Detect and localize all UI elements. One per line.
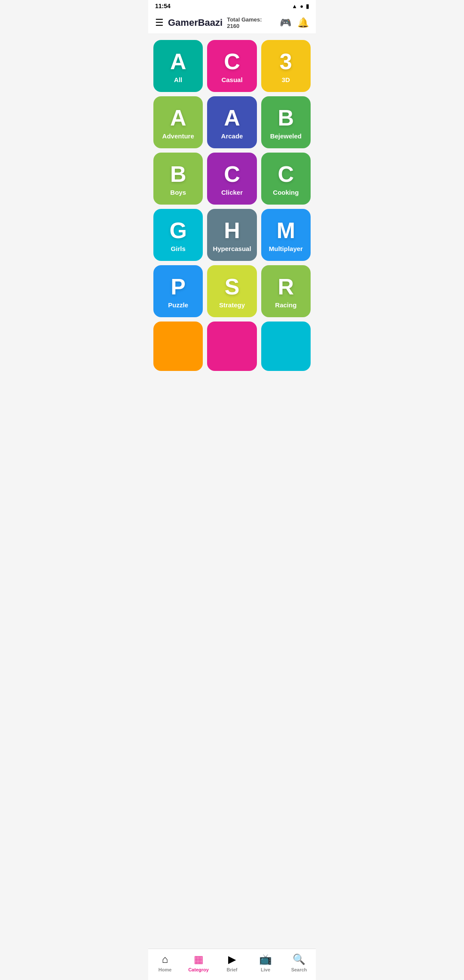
controller-icon[interactable]: 🎮 [280,17,291,28]
category-letter: B [278,107,294,129]
category-card-[interactable] [153,322,203,371]
category-name: Racing [275,301,296,309]
category-letter: M [277,219,295,242]
category-letter: C [224,163,240,185]
category-card-all[interactable]: AAll [153,40,203,92]
category-nav-icon: ▦ [194,953,204,965]
category-card-hypercasual[interactable]: HHypercasual [207,209,256,261]
categories-grid: AAllCCasual33DAAdventureAArcadeBBejewele… [148,34,316,377]
category-name: Strategy [219,301,245,309]
category-letter: P [171,276,186,298]
top-bar-right: Total Games: 2160 🎮 🔔 [227,16,309,29]
signal-icon: ● [300,3,303,9]
home-nav-icon: ⌂ [162,953,168,965]
category-letter: G [169,219,186,242]
nav-item-live[interactable]: 📺Live [249,953,282,972]
category-card-clicker[interactable]: CClicker [207,153,256,205]
category-name: Multiplayer [269,245,303,252]
category-letter: A [170,50,186,73]
bell-icon[interactable]: 🔔 [297,17,309,28]
top-bar: ☰ GamerBaazi Total Games: 2160 🎮 🔔 [148,12,316,34]
category-name: Casual [221,76,242,83]
battery-icon: ▮ [306,3,309,9]
category-card-girls[interactable]: GGirls [153,209,203,261]
category-name: Boys [170,189,186,196]
category-letter: H [224,219,240,242]
nav-item-brief[interactable]: ▶Brief [215,953,249,972]
category-card-strategy[interactable]: SStrategy [207,265,256,317]
category-card-bejeweled[interactable]: BBejeweled [261,96,311,148]
category-nav-label: Categroy [188,967,209,972]
app-title: GamerBaazi [168,17,223,28]
brief-nav-icon: ▶ [228,953,236,965]
category-name: All [174,76,182,83]
wifi-icon: ▲ [292,3,297,9]
category-name: Puzzle [168,301,188,309]
category-name: Arcade [221,132,243,140]
nav-item-home[interactable]: ⌂Home [148,953,182,972]
category-card-[interactable] [207,322,256,371]
status-bar: 11:54 ▲ ● ▮ [148,0,316,12]
live-nav-label: Live [261,967,270,972]
category-card-adventure[interactable]: AAdventure [153,96,203,148]
nav-item-category[interactable]: ▦Categroy [182,953,215,972]
category-letter: A [170,107,186,129]
bottom-nav: ⌂Home▦Categroy▶Brief📺Live🔍Search [148,949,316,980]
nav-item-search[interactable]: 🔍Search [282,953,316,972]
category-letter: C [278,163,294,185]
brief-nav-label: Brief [226,967,237,972]
category-letter: C [224,50,240,73]
status-icons: ▲ ● ▮ [292,3,309,9]
search-nav-label: Search [291,967,307,972]
category-name: Hypercasual [213,245,251,252]
live-nav-icon: 📺 [259,953,272,965]
category-card-casual[interactable]: CCasual [207,40,256,92]
content-scroll: AAllCCasual33DAAdventureAArcadeBBejewele… [148,34,316,411]
category-card-arcade[interactable]: AArcade [207,96,256,148]
hamburger-icon[interactable]: ☰ [155,17,164,28]
search-nav-icon: 🔍 [293,953,305,965]
category-card-multiplayer[interactable]: MMultiplayer [261,209,311,261]
category-letter: A [224,107,240,129]
category-card-cooking[interactable]: CCooking [261,153,311,205]
category-letter: 3 [280,50,292,73]
category-name: Adventure [162,132,194,140]
status-time: 11:54 [155,3,171,9]
category-name: Cooking [273,189,299,196]
category-card-puzzle[interactable]: PPuzzle [153,265,203,317]
category-card-racing[interactable]: RRacing [261,265,311,317]
category-name: Clicker [221,189,243,196]
category-card-boys[interactable]: BBoys [153,153,203,205]
home-nav-label: Home [159,967,172,972]
category-card-[interactable] [261,322,311,371]
category-letter: B [170,163,186,185]
category-letter: S [225,276,240,298]
category-letter: R [278,276,294,298]
category-name: 3D [282,76,290,83]
category-name: Girls [171,245,186,252]
category-name: Bejeweled [270,132,302,140]
category-card-3d[interactable]: 33D [261,40,311,92]
total-games-label: Total Games: 2160 [227,16,274,29]
